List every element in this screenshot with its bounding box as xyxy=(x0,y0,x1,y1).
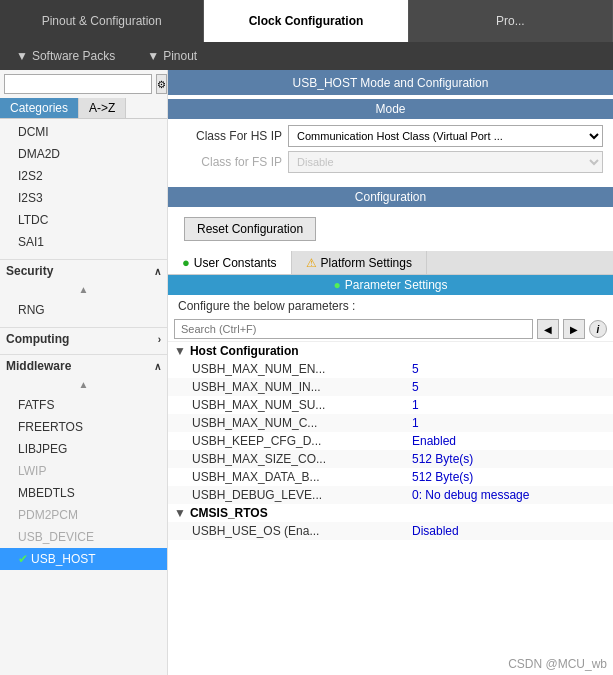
up-arrow-middleware[interactable]: ▲ xyxy=(0,377,167,392)
param-row: USBH_MAX_NUM_C... 1 xyxy=(168,414,613,432)
sidebar-item-i2s2[interactable]: I2S2 xyxy=(0,165,167,187)
sidebar-search-input[interactable] xyxy=(4,74,152,94)
group-host-config[interactable]: ▼ Host Configuration xyxy=(168,342,613,360)
tab-categories[interactable]: Categories xyxy=(0,98,79,118)
sidebar-item-usb-device[interactable]: USB_DEVICE xyxy=(0,526,167,548)
param-row: USBH_KEEP_CFG_D... Enabled xyxy=(168,432,613,450)
param-row: USBH_DEBUG_LEVE... 0: No debug message xyxy=(168,486,613,504)
sidebar-section-middleware[interactable]: Middleware ∧ xyxy=(0,354,167,377)
nav-pro[interactable]: Pro... xyxy=(409,0,613,42)
sidebar-item-ltdc[interactable]: LTDC xyxy=(0,209,167,231)
select-class-hs-ip[interactable]: Communication Host Class (Virtual Port .… xyxy=(288,125,603,147)
info-icon[interactable]: i xyxy=(589,320,607,338)
chevron-right-icon: › xyxy=(158,334,161,345)
nav-pinout-config[interactable]: Pinout & Configuration xyxy=(0,0,204,42)
sub-nav-pinout[interactable]: ▼ Pinout xyxy=(131,42,213,70)
tab-user-constants[interactable]: ● User Constants xyxy=(168,251,292,274)
form-row-hs-ip: Class For HS IP Communication Host Class… xyxy=(178,125,603,147)
sidebar-item-dma2d[interactable]: DMA2D xyxy=(0,143,167,165)
search-prev-button[interactable]: ◀ xyxy=(537,319,559,339)
label-class-fs-ip: Class for FS IP xyxy=(178,155,288,169)
tab-a-z[interactable]: A->Z xyxy=(79,98,126,118)
sidebar-item-dcmi[interactable]: DCMI xyxy=(0,121,167,143)
sidebar-item-rng[interactable]: RNG xyxy=(0,299,167,321)
up-arrow[interactable]: ▲ xyxy=(0,282,167,297)
sidebar-search-bar: ⚙ xyxy=(0,70,167,98)
content-area: USB_HOST Mode and Configuration Mode Cla… xyxy=(168,70,613,675)
sidebar-item-usb-host[interactable]: ✔USB_HOST xyxy=(0,548,167,570)
sidebar-item-fatfs[interactable]: FATFS xyxy=(0,394,167,416)
config-header: Configuration xyxy=(168,187,613,207)
sidebar-items-above: DCMI DMA2D I2S2 I2S3 LTDC SAI1 xyxy=(0,119,167,255)
gear-icon[interactable]: ⚙ xyxy=(156,74,167,94)
param-search-input[interactable] xyxy=(174,319,533,339)
active-tab-parameter-settings[interactable]: ● Parameter Settings xyxy=(168,275,613,295)
sidebar-item-libjpeg[interactable]: LIBJPEG xyxy=(0,438,167,460)
param-row: USBH_MAX_NUM_SU... 1 xyxy=(168,396,613,414)
sidebar-item-mbedtls[interactable]: MBEDTLS xyxy=(0,482,167,504)
mode-section: Class For HS IP Communication Host Class… xyxy=(168,119,613,183)
sidebar-item-pdm2pcm[interactable]: PDM2PCM xyxy=(0,504,167,526)
chevron-down-icon: ∧ xyxy=(154,266,161,277)
chevron-down-icon: ▼ xyxy=(147,49,159,63)
param-row: USBH_MAX_DATA_B... 512 Byte(s) xyxy=(168,468,613,486)
chevron-down-icon: ▼ xyxy=(16,49,28,63)
tab-platform-settings[interactable]: ⚠ Platform Settings xyxy=(292,251,427,274)
green-check-icon: ● xyxy=(182,255,190,270)
param-row: USBH_MAX_SIZE_CO... 512 Byte(s) xyxy=(168,450,613,468)
param-search-bar: ◀ ▶ i xyxy=(168,317,613,342)
param-list: ▼ Host Configuration USBH_MAX_NUM_EN... … xyxy=(168,342,613,675)
watermark: CSDN @MCU_wb xyxy=(508,657,607,671)
content-title: USB_HOST Mode and Configuration xyxy=(168,70,613,95)
chevron-down-icon: ▼ xyxy=(174,344,186,358)
sidebar-item-i2s3[interactable]: I2S3 xyxy=(0,187,167,209)
warning-icon: ⚠ xyxy=(306,256,317,270)
sidebar-middleware-items: FATFS FREERTOS LIBJPEG LWIP MBEDTLS PDM2… xyxy=(0,392,167,572)
main-container: ⚙ Categories A->Z DCMI DMA2D I2S2 I2S3 L… xyxy=(0,70,613,675)
sidebar-item-freertos[interactable]: FREERTOS xyxy=(0,416,167,438)
mode-header: Mode xyxy=(168,99,613,119)
param-row: USBH_USE_OS (Ena... Disabled xyxy=(168,522,613,540)
chevron-down-icon: ∧ xyxy=(154,361,161,372)
sub-nav: ▼ Software Packs ▼ Pinout xyxy=(0,42,613,70)
reset-config-button[interactable]: Reset Configuration xyxy=(184,217,316,241)
sidebar-security-items: RNG xyxy=(0,297,167,323)
sidebar-item-lwip[interactable]: LWIP xyxy=(0,460,167,482)
green-check-icon-active: ● xyxy=(334,278,341,292)
param-row: USBH_MAX_NUM_IN... 5 xyxy=(168,378,613,396)
group-cmsis-rtos[interactable]: ▼ CMSIS_RTOS xyxy=(168,504,613,522)
param-configure-label: Configure the below parameters : xyxy=(168,295,613,317)
search-next-button[interactable]: ▶ xyxy=(563,319,585,339)
nav-clock-config[interactable]: Clock Configuration xyxy=(204,0,408,42)
top-nav: Pinout & Configuration Clock Configurati… xyxy=(0,0,613,42)
sidebar-tab-bar: Categories A->Z xyxy=(0,98,167,119)
sidebar-section-computing[interactable]: Computing › xyxy=(0,327,167,350)
reset-btn-container: Reset Configuration xyxy=(168,207,613,251)
label-class-hs-ip: Class For HS IP xyxy=(178,129,288,143)
select-class-fs-ip[interactable]: Disable xyxy=(288,151,603,173)
sub-nav-software-packs[interactable]: ▼ Software Packs xyxy=(0,42,131,70)
sidebar-item-sai1[interactable]: SAI1 xyxy=(0,231,167,253)
param-row: USBH_MAX_NUM_EN... 5 xyxy=(168,360,613,378)
form-row-fs-ip: Class for FS IP Disable xyxy=(178,151,603,173)
sidebar-section-security[interactable]: Security ∧ xyxy=(0,259,167,282)
sidebar: ⚙ Categories A->Z DCMI DMA2D I2S2 I2S3 L… xyxy=(0,70,168,675)
chevron-down-icon: ▼ xyxy=(174,506,186,520)
config-tabs: ● User Constants ⚠ Platform Settings xyxy=(168,251,613,275)
